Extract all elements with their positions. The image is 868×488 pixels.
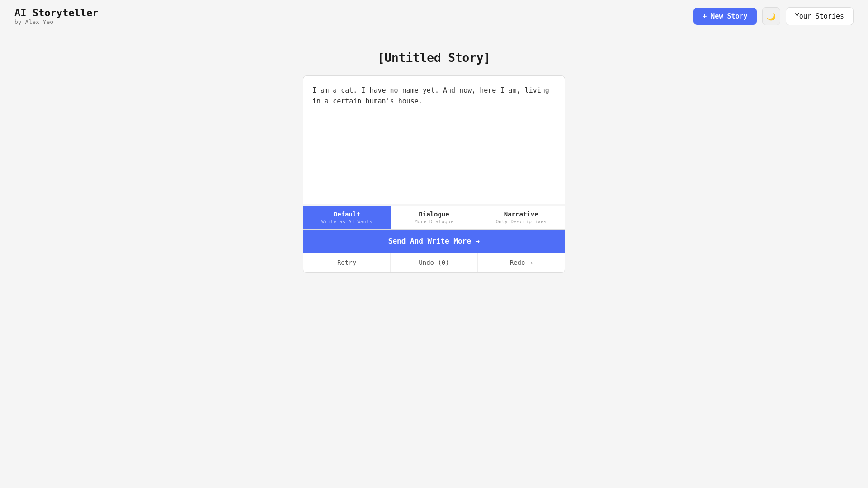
header: AI Storyteller by Alex Yeo + New Story 🌙… xyxy=(0,0,868,33)
undo-label: Undo (0) xyxy=(419,259,449,266)
app-title: AI Storyteller xyxy=(14,7,98,19)
main-content: [Untitled Story] Default Write as AI Wan… xyxy=(0,33,868,291)
app-subtitle: by Alex Yeo xyxy=(14,19,98,25)
mode-narrative-subtitle: Only Descriptives xyxy=(483,219,559,225)
mode-dialogue-title: Dialogue xyxy=(396,211,472,218)
redo-label: Redo → xyxy=(510,259,533,266)
mode-selector: Default Write as AI Wants Dialogue More … xyxy=(303,206,565,230)
new-story-button[interactable]: + New Story xyxy=(693,8,756,25)
undo-button[interactable]: Undo (0) xyxy=(391,253,478,272)
mode-narrative-title: Narrative xyxy=(483,211,559,218)
mode-narrative-button[interactable]: Narrative Only Descriptives xyxy=(477,206,565,229)
retry-button[interactable]: Retry xyxy=(303,253,391,272)
send-write-more-button[interactable]: Send And Write More → xyxy=(303,230,565,253)
dark-mode-button[interactable]: 🌙 xyxy=(762,7,780,25)
story-editor-container: Default Write as AI Wants Dialogue More … xyxy=(303,75,565,273)
header-actions: + New Story 🌙 Your Stories xyxy=(693,7,854,25)
retry-label: Retry xyxy=(337,259,356,266)
mode-default-subtitle: Write as AI Wants xyxy=(309,219,385,225)
moon-icon: 🌙 xyxy=(767,12,776,21)
redo-button[interactable]: Redo → xyxy=(478,253,565,272)
story-title: [Untitled Story] xyxy=(377,51,491,65)
action-buttons: Retry Undo (0) Redo → xyxy=(303,253,565,273)
mode-default-title: Default xyxy=(309,211,385,218)
story-textarea[interactable] xyxy=(303,75,565,204)
mode-dialogue-subtitle: More Dialogue xyxy=(396,219,472,225)
mode-dialogue-button[interactable]: Dialogue More Dialogue xyxy=(391,206,478,229)
app-branding: AI Storyteller by Alex Yeo xyxy=(14,7,98,25)
your-stories-button[interactable]: Your Stories xyxy=(786,7,854,25)
mode-default-button[interactable]: Default Write as AI Wants xyxy=(303,206,391,229)
